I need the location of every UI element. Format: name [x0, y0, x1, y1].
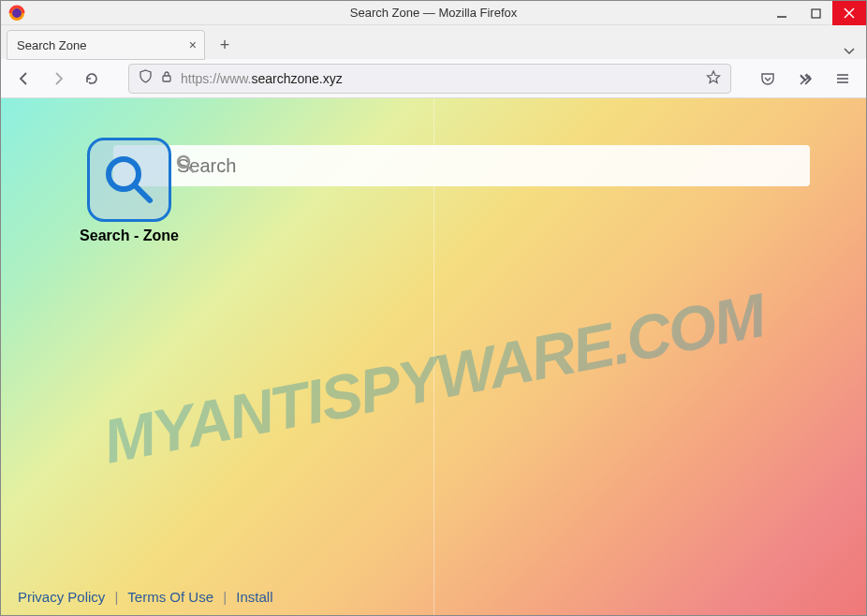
toolbar-right: [754, 65, 857, 93]
footer-separator: |: [115, 589, 119, 605]
menu-icon[interactable]: [829, 65, 857, 93]
logo-box: [87, 138, 171, 222]
overflow-icon[interactable]: [791, 65, 819, 93]
search-input[interactable]: [126, 155, 797, 177]
svg-line-11: [188, 167, 194, 172]
url-text: https://www.searchzone.xyz: [181, 71, 698, 86]
svg-point-1: [12, 8, 22, 18]
urlbar[interactable]: https://www.searchzone.xyz: [128, 64, 731, 94]
maximize-button[interactable]: [799, 1, 832, 25]
footer-install-link[interactable]: Install: [236, 589, 272, 605]
svg-rect-3: [812, 9, 820, 18]
pocket-icon[interactable]: [754, 65, 782, 93]
svg-line-13: [135, 185, 150, 200]
lock-icon[interactable]: [160, 70, 173, 87]
footer-terms-link[interactable]: Terms Of Use: [127, 589, 213, 605]
footer: Privacy Policy | Terms Of Use | Install: [18, 589, 272, 605]
site-logo: Search - Zone: [76, 138, 183, 244]
tabbar: Search Zone × +: [1, 25, 866, 59]
logo-label: Search - Zone: [76, 227, 183, 244]
minimize-button[interactable]: [765, 1, 799, 25]
tab-label: Search Zone: [17, 38, 86, 52]
shield-icon[interactable]: [139, 69, 153, 87]
footer-separator: |: [223, 589, 227, 605]
page-content: Search - Zone MYANTISPYWARE.COM Privacy …: [1, 98, 866, 616]
window-title: Search Zone — Mozilla Firefox: [350, 6, 517, 20]
new-tab-button[interactable]: +: [211, 31, 239, 59]
close-button[interactable]: [832, 1, 866, 25]
titlebar: Search Zone — Mozilla Firefox: [1, 1, 866, 25]
svg-rect-6: [163, 76, 170, 81]
tabs-dropdown-icon[interactable]: [844, 44, 855, 59]
footer-privacy-link[interactable]: Privacy Policy: [18, 589, 105, 605]
toolbar: https://www.searchzone.xyz: [1, 59, 866, 98]
firefox-icon: [7, 3, 27, 23]
window-controls: [765, 1, 866, 25]
bookmark-star-icon[interactable]: [706, 69, 721, 88]
back-button[interactable]: [10, 65, 38, 93]
tab-active[interactable]: Search Zone ×: [7, 30, 205, 60]
forward-button[interactable]: [44, 65, 72, 93]
tab-close-icon[interactable]: ×: [189, 37, 197, 52]
search-box: [113, 145, 810, 186]
watermark: MYANTISPYWARE.COM: [97, 279, 770, 477]
reload-button[interactable]: [78, 65, 106, 93]
